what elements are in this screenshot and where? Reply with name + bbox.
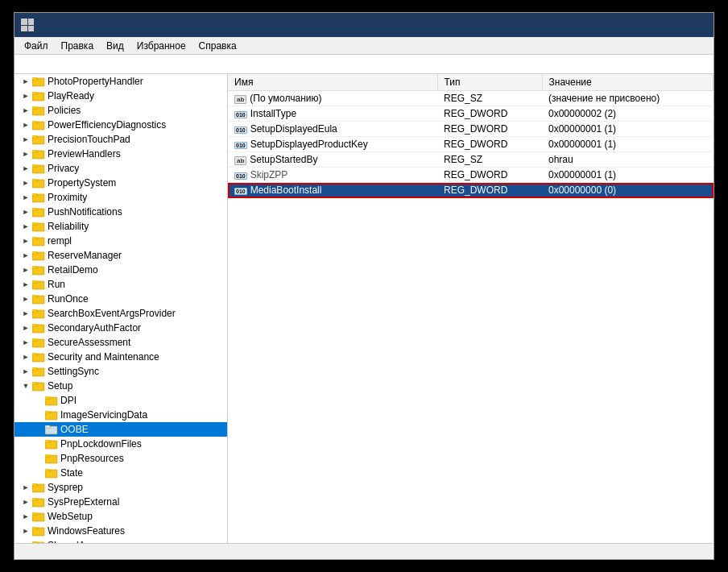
svg-rect-47 <box>32 295 37 297</box>
cell-value-SetupDisplayedProductKey: 0x00000001 (1) <box>542 137 714 152</box>
tree-label-SecondaryAuthFactor: SecondaryAuthFactor <box>48 322 141 334</box>
table-row-SetupDisplayedProductKey[interactable]: 010SetupDisplayedProductKeyREG_DWORD0x00… <box>228 137 714 152</box>
tree-item-Sysprep[interactable]: ► Sysprep <box>14 480 227 495</box>
maximize-button[interactable] <box>664 17 685 33</box>
svg-rect-17 <box>32 150 37 152</box>
expand-btn-PreviewHandlers[interactable]: ► <box>21 149 31 159</box>
menu-item-избранное[interactable]: Избранное <box>130 39 192 53</box>
table-row-InstallType[interactable]: 010InstallTypeREG_DWORD0x00000002 (2) <box>228 106 714 122</box>
tree-item-Run[interactable]: ► Run <box>14 277 227 292</box>
tree-item-Setup[interactable]: ▼ Setup <box>14 379 227 393</box>
tree-label-SysPrepExternal: SysPrepExternal <box>48 496 119 508</box>
tree-item-WindowsFeatures[interactable]: ► WindowsFeatures <box>14 524 227 538</box>
expand-btn-Privacy[interactable]: ► <box>21 164 31 173</box>
expand-btn-PropertySystem[interactable]: ► <box>21 178 31 188</box>
expand-btn-SecondaryAuthFactor[interactable]: ► <box>21 323 31 333</box>
menu-item-правка[interactable]: Правка <box>55 39 101 53</box>
expand-btn-PlayReady[interactable]: ► <box>21 91 31 101</box>
tree-item-ReserveManager[interactable]: ► ReserveManager <box>14 248 227 263</box>
tree-item-Reliability[interactable]: ► Reliability <box>14 219 227 234</box>
expand-btn-RunOnce[interactable]: ► <box>21 294 31 304</box>
reg-icon-default: ab <box>234 95 246 104</box>
tree-item-Privacy[interactable]: ► Privacy <box>14 161 227 176</box>
tree-item-SysPrepExternal[interactable]: ► SysPrepExternal <box>14 495 227 509</box>
expand-btn-PowerEfficiencyDiagnostics[interactable]: ► <box>21 120 31 130</box>
table-row-SetupStartedBy[interactable]: abSetupStartedByREG_SZohrau <box>228 152 714 168</box>
tree-item-SecureAssessment[interactable]: ► SecureAssessment <box>14 335 227 350</box>
folder-icon-PlayReady <box>32 90 45 102</box>
expand-btn-ReserveManager[interactable]: ► <box>21 251 31 260</box>
tree-item-PowerEfficiencyDiagnostics[interactable]: ► PowerEfficiencyDiagnostics <box>14 118 227 132</box>
minimize-button[interactable] <box>641 17 662 33</box>
expand-btn-SecureAssessment[interactable]: ► <box>21 338 31 347</box>
tree-item-DPI[interactable]: DPI <box>14 393 227 408</box>
tree-item-RetailDemo[interactable]: ► RetailDemo <box>14 263 227 277</box>
tree-item-PnpResources[interactable]: PnpResources <box>14 451 227 466</box>
registry-editor-window: ФайлПравкаВидИзбранноеСправка ► PhotoPro… <box>14 12 714 560</box>
cell-name-SetupDisplayedEula: 010SetupDisplayedEula <box>228 122 437 137</box>
tree-item-WebSetup[interactable]: ► WebSetup <box>14 509 227 524</box>
tree-item-PrecisionTouchPad[interactable]: ► PrecisionTouchPad <box>14 132 227 147</box>
close-button[interactable] <box>686 17 707 33</box>
table-row-SetupDisplayedEula[interactable]: 010SetupDisplayedEulaREG_DWORD0x00000001… <box>228 122 714 137</box>
tree-label-PreviewHandlers: PreviewHandlers <box>48 148 121 160</box>
tree-item-PreviewHandlers[interactable]: ► PreviewHandlers <box>14 147 227 161</box>
expand-btn-SearchBoxEventArgsProvider[interactable]: ► <box>21 309 31 318</box>
reg-icon-MediaBootInstall: 010 <box>234 188 247 195</box>
registry-tree[interactable]: ► PhotoPropertyHandler► PlayReady► Polic… <box>14 74 228 543</box>
expand-btn-Sysprep[interactable]: ► <box>21 483 31 492</box>
expand-btn-SecurityAndMaintenance[interactable]: ► <box>21 352 31 362</box>
tree-item-PropertySystem[interactable]: ► PropertySystem <box>14 176 227 190</box>
col-type[interactable]: Тип <box>437 74 542 91</box>
tree-item-PnpLockdownFiles[interactable]: PnpLockdownFiles <box>14 437 227 451</box>
expand-btn-PnpLockdownFiles[interactable] <box>34 439 43 449</box>
expand-btn-Policies[interactable]: ► <box>21 106 31 115</box>
table-row-default[interactable]: ab(По умолчанию)REG_SZ(значение не присв… <box>228 91 714 106</box>
cell-name-InstallType: 010InstallType <box>228 106 437 122</box>
expand-btn-OOBE[interactable] <box>34 425 43 434</box>
expand-btn-rempl[interactable]: ► <box>21 236 31 246</box>
menu-item-вид[interactable]: Вид <box>100 39 130 53</box>
tree-item-rempl[interactable]: ► rempl <box>14 234 227 248</box>
tree-item-SearchBoxEventArgsProvider[interactable]: ► SearchBoxEventArgsProvider <box>14 306 227 321</box>
tree-item-Policies[interactable]: ► Policies <box>14 103 227 118</box>
tree-item-PlayReady[interactable]: ► PlayReady <box>14 89 227 103</box>
tree-item-PushNotifications[interactable]: ► PushNotifications <box>14 205 227 219</box>
tree-item-SecondaryAuthFactor[interactable]: ► SecondaryAuthFactor <box>14 321 227 335</box>
expand-btn-PnpResources[interactable] <box>34 454 43 463</box>
folder-icon-SecondaryAuthFactor <box>32 322 45 334</box>
expand-btn-WebSetup[interactable]: ► <box>21 512 31 521</box>
menu-item-файл[interactable]: Файл <box>18 39 55 53</box>
svg-rect-44 <box>32 280 37 283</box>
menu-item-справка[interactable]: Справка <box>192 39 243 53</box>
expand-btn-PhotoPropertyHandler[interactable]: ► <box>21 77 31 86</box>
expand-btn-SysPrepExternal[interactable]: ► <box>21 497 31 507</box>
table-row-MediaBootInstall[interactable]: 010MediaBootInstallREG_DWORD0x00000000 (… <box>228 183 714 198</box>
tree-item-ImageServicingData[interactable]: ImageServicingData <box>14 408 227 422</box>
tree-item-Proximity[interactable]: ► Proximity <box>14 190 227 205</box>
expand-btn-RetailDemo[interactable]: ► <box>21 265 31 275</box>
expand-btn-ImageServicingData[interactable] <box>34 410 43 420</box>
col-value[interactable]: Значение <box>542 74 714 91</box>
tree-item-SecurityAndMaintenance[interactable]: ► Security and Maintenance <box>14 350 227 364</box>
app-icon <box>21 19 34 31</box>
expand-btn-SettingSync[interactable]: ► <box>21 367 31 376</box>
col-name[interactable]: Имя <box>228 74 437 91</box>
svg-rect-59 <box>32 353 37 355</box>
table-row-SkipTPR[interactable]: 010SkipZPPREG_DWORD0x00000001 (1) <box>228 168 714 183</box>
expand-btn-DPI[interactable] <box>34 396 43 405</box>
tree-item-RunOnce[interactable]: ► RunOnce <box>14 292 227 306</box>
tree-item-SettingSync[interactable]: ► SettingSync <box>14 364 227 379</box>
expand-btn-Reliability[interactable]: ► <box>21 222 31 231</box>
expand-btn-Run[interactable]: ► <box>21 280 31 289</box>
expand-btn-PrecisionTouchPad[interactable]: ► <box>21 135 31 144</box>
expand-btn-Setup[interactable]: ▼ <box>21 381 31 391</box>
expand-btn-State[interactable] <box>34 468 43 478</box>
expand-btn-WindowsFeatures[interactable]: ► <box>21 526 31 536</box>
tree-item-State[interactable]: State <box>14 466 227 480</box>
expand-btn-Proximity[interactable]: ► <box>21 193 31 202</box>
tree-item-PhotoPropertyHandler[interactable]: ► PhotoPropertyHandler <box>14 74 227 89</box>
tree-item-OOBE[interactable]: OOBE <box>14 422 227 437</box>
svg-rect-92 <box>32 512 37 515</box>
expand-btn-PushNotifications[interactable]: ► <box>21 207 31 217</box>
